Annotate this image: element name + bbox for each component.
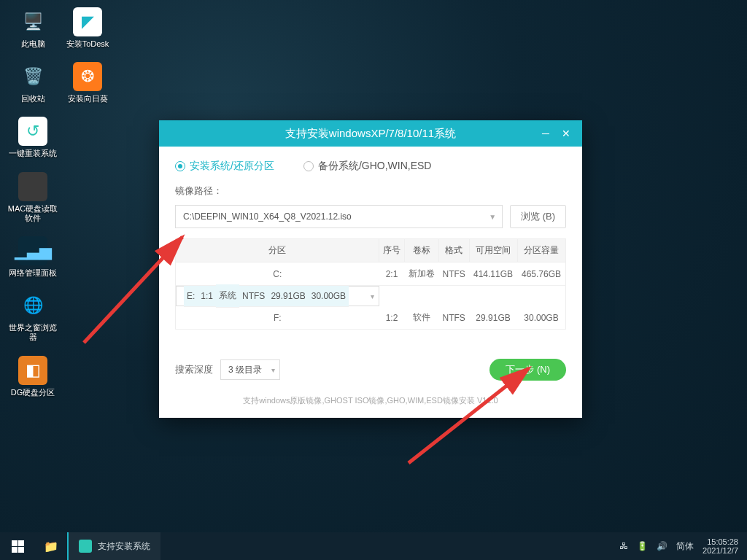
desktop-icon-todesk[interactable]: ◤安装ToDesk — [62, 7, 113, 49]
install-dialog: 支持安装windowsXP/7/8/10/11系统 ─ ✕ 安装系统/还原分区 … — [159, 120, 582, 418]
image-path-dropdown[interactable]: C:\DEEPIN_WIN10_X64_Q8_V2021.12.iso ▼ — [175, 205, 503, 228]
system-tray: 🖧 🔋 🔊 简体 15:05:28 2021/12/7 — [611, 537, 747, 555]
taskbar-clock[interactable]: 15:05:28 2021/12/7 — [703, 537, 738, 555]
tray-ime[interactable]: 简体 — [676, 540, 694, 553]
desktop-icon-recycle-bin[interactable]: 🗑️回收站 — [7, 62, 58, 104]
table-row[interactable]: C:2:1新加卷NTFS414.11GB465.76GB — [176, 262, 566, 286]
desktop-icon-sunflower[interactable]: ❂安装向日葵 — [62, 62, 113, 104]
close-button[interactable]: ✕ — [556, 120, 576, 147]
desktop-icon-reinstall[interactable]: ↺一键重装系统 — [7, 117, 58, 158]
col-volume: 卷标 — [405, 239, 439, 262]
table-row[interactable]: F:1:2软件NTFS29.91GB30.00GB — [176, 306, 566, 330]
table-row[interactable]: E:1:1系统NTFS29.91GB30.00GB — [176, 286, 379, 306]
desktop-icon-network-panel[interactable]: ▁▃▅网络管理面板 — [7, 236, 58, 278]
dialog-titlebar[interactable]: 支持安装windowsXP/7/8/10/11系统 ─ ✕ — [159, 120, 582, 147]
start-button[interactable] — [0, 532, 35, 560]
desktop-icons-col2: ◤安装ToDesk ❂安装向日葵 — [62, 7, 113, 117]
desktop-icon-browser[interactable]: 🌐世界之窗浏览器 — [7, 291, 58, 342]
radio-dot-icon — [303, 161, 314, 171]
radio-dot-icon — [175, 161, 185, 171]
dialog-footer-text: 支持windows原版镜像,GHOST ISO镜像,GHO,WIM,ESD镜像安… — [175, 395, 566, 406]
taskbar: 📁 支持安装系统 🖧 🔋 🔊 简体 15:05:28 2021/12/7 — [0, 532, 747, 560]
desktop-icon-mac-disk[interactable]: MAC硬盘读取软件 — [7, 172, 58, 223]
file-explorer-icon[interactable]: 📁 — [35, 532, 67, 560]
minimize-button[interactable]: ─ — [535, 120, 556, 147]
search-depth-select[interactable]: 3 级目录 — [220, 359, 280, 380]
dialog-title: 支持安装windowsXP/7/8/10/11系统 — [285, 127, 456, 141]
radio-backup[interactable]: 备份系统/GHO,WIN,ESD — [303, 160, 432, 173]
search-depth-label: 搜索深度 — [175, 363, 213, 376]
taskbar-app-installer[interactable]: 支持安装系统 — [67, 532, 160, 560]
browse-button[interactable]: 浏览 (B) — [510, 205, 566, 228]
col-index: 序号 — [379, 239, 405, 262]
tray-network-icon[interactable]: 🖧 — [619, 541, 628, 551]
col-free: 可用空间 — [469, 239, 517, 262]
col-partition: 分区 — [176, 239, 379, 262]
col-capacity: 分区容量 — [517, 239, 566, 262]
next-button[interactable]: 下一步 (N) — [489, 359, 566, 381]
tray-volume-icon[interactable]: 🔊 — [657, 541, 667, 551]
partition-table: 分区 序号 卷标 格式 可用空间 分区容量 C:2:1新加卷NTFS414.11… — [175, 238, 566, 330]
radio-install-restore[interactable]: 安装系统/还原分区 — [175, 160, 274, 173]
col-fs: 格式 — [438, 239, 469, 262]
chevron-down-icon: ▼ — [489, 213, 496, 221]
desktop-icons-col1: 🖥️此电脑 🗑️回收站 ↺一键重装系统 MAC硬盘读取软件 ▁▃▅网络管理面板 … — [7, 7, 58, 411]
desktop-icon-dg-partition[interactable]: ◧DG硬盘分区 — [7, 356, 58, 397]
desktop-icon-this-pc[interactable]: 🖥️此电脑 — [7, 7, 58, 49]
image-path-label: 镜像路径： — [175, 184, 566, 198]
tray-battery-icon[interactable]: 🔋 — [637, 541, 648, 551]
app-icon — [79, 540, 92, 553]
image-path-value: C:\DEEPIN_WIN10_X64_Q8_V2021.12.iso — [183, 211, 352, 222]
